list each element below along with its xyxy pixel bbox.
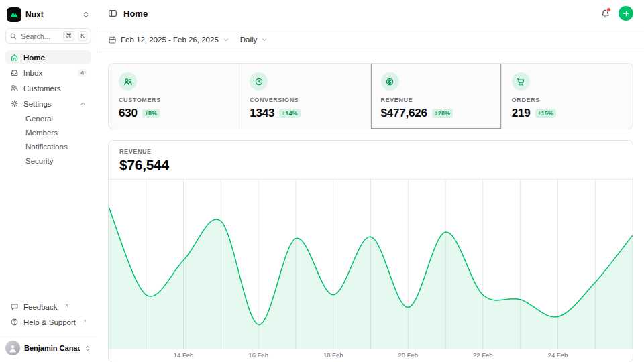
date-range-picker[interactable]: Feb 12, 2025 - Feb 26, 2025 (108, 36, 229, 44)
stat-trend-badge: +15% (535, 109, 556, 118)
sidebar-spacer (5, 168, 91, 300)
workspace-name: Nuxt (25, 10, 78, 19)
chevron-updown-icon (84, 345, 91, 352)
filter-toolbar: Feb 12, 2025 - Feb 26, 2025 Daily (97, 27, 644, 52)
sidebar-item-label: Feedback (23, 303, 58, 311)
stat-trend-badge: +20% (432, 109, 453, 118)
sidebar-item-label: Help & Support (23, 318, 76, 326)
search-icon (9, 32, 17, 40)
stat-value: 219 (512, 107, 531, 120)
stat-label: CUSTOMERS (119, 97, 229, 103)
calendar-icon (108, 36, 117, 44)
main-panel: Home Feb 12, 2025 - Feb 26, 2025 Daily (97, 0, 644, 362)
sidebar-item-help-support[interactable]: Help & Support (5, 315, 91, 329)
search-input[interactable]: Search... ⌘ K (5, 28, 91, 44)
chart-title: REVENUE (119, 148, 622, 155)
stat-trend-badge: +14% (279, 109, 300, 118)
chevron-down-icon (223, 36, 229, 43)
sidebar-item-inbox[interactable]: Inbox 4 (5, 66, 91, 80)
sidebar-nav: Home Inbox 4 Customers Settings General … (5, 50, 91, 168)
chart-x-axis: 14 Feb16 Feb18 Feb20 Feb22 Feb24 Feb (109, 349, 633, 362)
chevron-updown-icon (82, 11, 90, 19)
sidebar-item-feedback[interactable]: Feedback (5, 300, 91, 314)
users-icon (119, 72, 137, 90)
x-tick-label: 20 Feb (398, 351, 418, 359)
users-icon (10, 84, 19, 93)
x-tick-label: 24 Feb (548, 351, 568, 359)
stat-card-conversions[interactable]: CONVERSIONS 1343 +14% (239, 64, 370, 129)
inbox-icon (10, 68, 19, 77)
sidebar-item-label: Home (23, 54, 45, 62)
message-icon (10, 302, 19, 311)
sidebar: Nuxt Search... ⌘ K Home Inbox 4 (0, 0, 97, 362)
stat-value: $477,626 (381, 107, 427, 120)
external-link-icon (82, 318, 87, 324)
nuxt-logo-icon (7, 7, 21, 22)
sidebar-collapse-button[interactable] (108, 9, 117, 18)
dollar-circle-icon (381, 72, 399, 90)
x-tick-label: 16 Feb (248, 351, 268, 359)
chevron-down-icon (261, 36, 268, 43)
user-menu[interactable]: Benjamin Canac (0, 335, 97, 357)
external-link-icon (64, 303, 69, 308)
stat-card-revenue[interactable]: REVENUE $477,626 +20% (371, 64, 502, 129)
revenue-area-chart[interactable] (109, 180, 633, 349)
sidebar-item-label: Inbox (23, 69, 42, 77)
interval-select[interactable]: Daily (240, 36, 268, 44)
user-name: Benjamin Canac (24, 344, 80, 352)
cart-icon (512, 72, 530, 90)
date-range-value: Feb 12, 2025 - Feb 26, 2025 (121, 36, 219, 44)
chart-big-value: $76,544 (119, 157, 622, 173)
home-icon (10, 53, 19, 62)
stat-label: REVENUE (381, 97, 491, 103)
help-circle-icon (10, 318, 19, 326)
gear-icon (10, 99, 19, 108)
revenue-chart-card: REVENUE $76,544 14 Feb16 Feb18 Feb20 Feb… (108, 140, 633, 362)
sidebar-subitem-security[interactable]: Security (5, 154, 91, 168)
stat-card-customers[interactable]: CUSTOMERS 630 +8% (109, 64, 239, 129)
stat-label: CONVERSIONS (250, 97, 360, 103)
x-tick-label: 14 Feb (174, 351, 194, 359)
add-button[interactable] (619, 6, 633, 21)
chart-canvas (109, 180, 633, 349)
stat-value: 630 (119, 107, 138, 120)
stats-row: CUSTOMERS 630 +8% CONVERSIONS 1343 +14% (108, 63, 633, 129)
stat-trend-badge: +8% (142, 109, 160, 118)
sidebar-subitem-members[interactable]: Members (5, 126, 91, 139)
avatar (5, 341, 20, 355)
inbox-count-badge: 4 (78, 69, 87, 77)
interval-value: Daily (240, 36, 258, 44)
sidebar-item-label: Settings (23, 100, 52, 108)
kbd-cmd: ⌘ (63, 31, 74, 41)
stat-label: ORDERS (512, 97, 623, 103)
x-tick-label: 22 Feb (473, 351, 493, 359)
stat-card-orders[interactable]: ORDERS 219 +15% (502, 64, 633, 129)
top-header: Home (97, 0, 644, 27)
page-title: Home (123, 9, 148, 19)
workspace-switcher[interactable]: Nuxt (5, 5, 91, 28)
x-tick-label: 18 Feb (323, 351, 343, 359)
chevron-up-icon (79, 100, 87, 107)
sidebar-item-home[interactable]: Home (5, 50, 91, 64)
sidebar-item-label: Customers (23, 84, 61, 93)
chart-header: REVENUE $76,544 (109, 141, 633, 180)
notification-dot (606, 7, 611, 12)
kbd-k: K (78, 31, 87, 41)
sidebar-subitem-general[interactable]: General (5, 112, 91, 125)
clock-icon (250, 72, 268, 90)
sidebar-item-settings[interactable]: Settings (5, 97, 91, 111)
stat-value: 1343 (250, 107, 274, 120)
sidebar-item-customers[interactable]: Customers (5, 81, 91, 95)
notifications-button[interactable] (600, 9, 610, 19)
search-placeholder: Search... (21, 32, 60, 40)
dashboard-content: CUSTOMERS 630 +8% CONVERSIONS 1343 +14% (97, 52, 644, 362)
sidebar-subitem-notifications[interactable]: Notifications (5, 140, 91, 154)
